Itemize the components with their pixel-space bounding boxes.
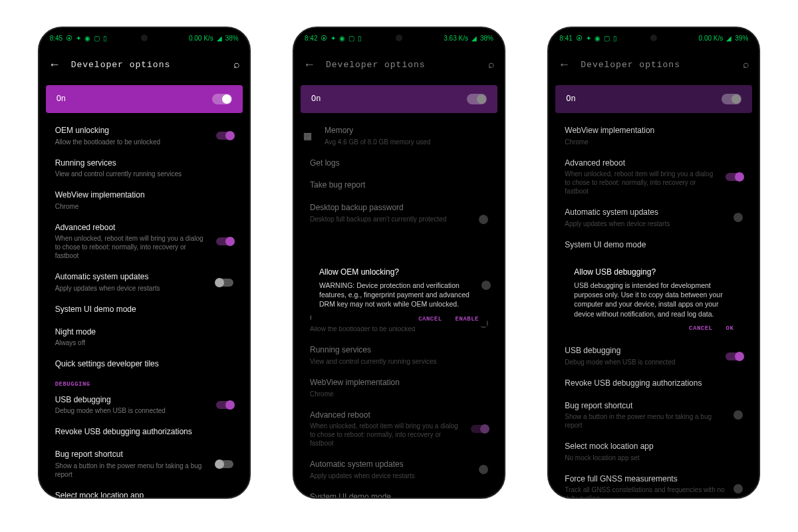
app-bar: ← Developer options ⌕ [294, 48, 504, 81]
radio[interactable] [733, 484, 743, 493]
chip-icon: ▦ [303, 130, 317, 141]
enable-button[interactable]: ENABLE [456, 316, 479, 323]
setting-bug-report[interactable]: Bug report shortcut Show a button in the… [549, 395, 759, 436]
setting-webview[interactable]: WebView implementation Chrome [39, 184, 249, 217]
dialog-body: WARNING: Device protection and verificat… [319, 281, 479, 309]
banner-label: On [566, 94, 575, 104]
app-icon-2: ▢ [94, 35, 100, 42]
setting-mock-location[interactable]: Select mock location app No mock locatio… [39, 485, 249, 499]
page-title: Developer options [581, 60, 732, 70]
app-icon-3: ▯ [103, 35, 107, 42]
section-debugging: DEBUGGING [39, 376, 249, 389]
toggle[interactable] [216, 401, 233, 409]
settings-list: WebView implementation Chrome Advanced r… [549, 117, 759, 259]
cancel-button[interactable]: CANCEL [689, 325, 712, 332]
toggle[interactable] [216, 132, 233, 140]
cancel-button[interactable]: CANCEL [418, 316, 442, 323]
setting-webview[interactable]: WebView implementation Chrome [294, 372, 504, 404]
setting-qs-tiles[interactable]: Quick settings developer tiles [39, 353, 249, 376]
back-icon[interactable]: ← [558, 58, 570, 72]
setting-bug-report[interactable]: Take bug report [294, 174, 504, 197]
master-toggle[interactable] [722, 94, 741, 104]
location-icon: ⦿ [66, 35, 72, 42]
twitter-icon: ✦ [586, 35, 591, 42]
setting-advanced-reboot[interactable]: Advanced reboot When unlocked, reboot it… [294, 404, 504, 454]
setting-sysui-demo[interactable]: System UI demo mode [549, 234, 759, 257]
phone-2: 8:42 ⦿ ✦ ◉ ▢ ▯ 3.63 K/s ◢ 38% ← Develope… [293, 27, 505, 499]
phone-1: 8:45 ⦿ ✦ ◉ ▢ ▯ 0.00 K/s ◢ 38% ← Develope… [38, 27, 251, 499]
search-icon[interactable]: ⌕ [743, 59, 749, 70]
settings-list: ▦ Memory Avg 4.6 GB of 8.0 GB memory use… [294, 117, 504, 233]
radio[interactable] [733, 213, 743, 222]
setting-mock-location[interactable]: Select mock location app No mock locatio… [549, 436, 759, 468]
notch [650, 35, 657, 41]
setting-auto-updates[interactable]: Automatic system updates Apply updates w… [39, 266, 249, 299]
radio [481, 281, 491, 290]
phone-3: 8:41 ⦿ ✦ ◉ ▢ ▯ 0.00 K/s ◢ 39% ← Develope… [547, 27, 760, 499]
app-icon: ◉ [595, 35, 600, 42]
setting-running-services[interactable]: Running services View and control curren… [294, 339, 504, 372]
setting-auto-updates[interactable]: Automatic system updates Apply updates w… [294, 454, 504, 486]
setting-revoke-usb[interactable]: Revoke USB debugging authorizations [39, 421, 249, 444]
location-icon: ⦿ [321, 35, 327, 42]
notch [141, 35, 148, 41]
settings-list-lower: OEM unlocking Allow the bootloader to be… [294, 305, 504, 499]
page-title: Developer options [326, 60, 477, 70]
setting-gnss[interactable]: Force full GNSS measurements Track all G… [549, 468, 759, 499]
app-bar: ← Developer options ⌕ [549, 48, 759, 81]
toggle[interactable] [216, 279, 233, 287]
toggle[interactable] [726, 352, 743, 360]
toggle[interactable] [726, 173, 743, 181]
time: 8:45 [50, 35, 63, 42]
net-speed: 0.00 K/s [189, 35, 213, 42]
signal-icon: ◢ [726, 35, 732, 42]
settings-list-lower: USB debugging Debug mode when USB is con… [549, 337, 759, 499]
back-icon[interactable]: ← [49, 58, 61, 72]
banner-label: On [311, 94, 321, 104]
setting-memory[interactable]: ▦ Memory Avg 4.6 GB of 8.0 GB memory use… [294, 120, 504, 152]
setting-advanced-reboot[interactable]: Advanced reboot When unlocked, reboot it… [549, 152, 759, 202]
setting-running-services[interactable]: Running services View and control curren… [39, 152, 249, 185]
app-icon-3: ▯ [613, 35, 617, 42]
setting-desktop-backup[interactable]: Desktop backup password Desktop full bac… [294, 197, 504, 230]
signal-icon: ◢ [471, 35, 477, 42]
ok-button[interactable]: OK [726, 325, 734, 332]
twitter-icon: ✦ [331, 35, 336, 42]
time: 8:42 [305, 35, 317, 42]
search-icon[interactable]: ⌕ [488, 59, 495, 70]
setting-night-mode[interactable]: Night mode Always off [39, 321, 249, 354]
radio[interactable] [479, 465, 488, 474]
master-toggle[interactable] [212, 94, 232, 104]
setting-advanced-reboot[interactable]: Advanced reboot When unlocked, reboot it… [39, 217, 249, 267]
toggle[interactable] [216, 460, 233, 468]
dialog-oem-unlock: Allow OEM unlocking? WARNING: Device pro… [311, 261, 487, 327]
master-toggle-banner[interactable]: On [301, 85, 497, 113]
setting-get-logs[interactable]: Get logs [294, 152, 504, 175]
time: 8:41 [559, 35, 572, 42]
master-toggle-banner[interactable]: On [555, 85, 752, 113]
radio[interactable] [733, 410, 743, 420]
setting-oem-unlocking[interactable]: OEM unlocking Allow the bootloader to be… [39, 120, 249, 152]
toggle[interactable] [471, 425, 488, 433]
dialog-title: Allow USB debugging? [574, 267, 733, 277]
dialog-usb-debugging: Allow USB debugging? USB debugging is in… [566, 261, 741, 336]
search-icon[interactable]: ⌕ [233, 59, 240, 70]
setting-usb-debugging[interactable]: USB debugging Debug mode when USB is con… [549, 340, 759, 372]
master-toggle-banner[interactable]: On [46, 85, 243, 113]
setting-sysui-demo[interactable]: System UI demo mode [39, 299, 249, 321]
toggle[interactable] [216, 237, 233, 245]
app-icon-3: ▯ [358, 35, 362, 42]
setting-bug-report[interactable]: Bug report shortcut Show a button in the… [39, 444, 249, 485]
setting-usb-debugging[interactable]: USB debugging Debug mode when USB is con… [39, 389, 249, 422]
master-toggle[interactable] [467, 94, 487, 104]
signal-icon: ◢ [217, 35, 222, 42]
setting-revoke-usb[interactable]: Revoke USB debugging authorizations [549, 372, 759, 395]
back-icon[interactable]: ← [303, 58, 315, 72]
radio[interactable] [479, 215, 488, 224]
setting-auto-updates[interactable]: Automatic system updates Apply updates w… [549, 201, 759, 234]
app-icon-2: ▢ [348, 35, 354, 42]
setting-sysui-demo[interactable]: System UI demo mode [294, 486, 504, 499]
setting-webview[interactable]: WebView implementation Chrome [549, 120, 759, 152]
twitter-icon: ✦ [76, 35, 81, 42]
battery-pct: 38% [480, 35, 493, 42]
